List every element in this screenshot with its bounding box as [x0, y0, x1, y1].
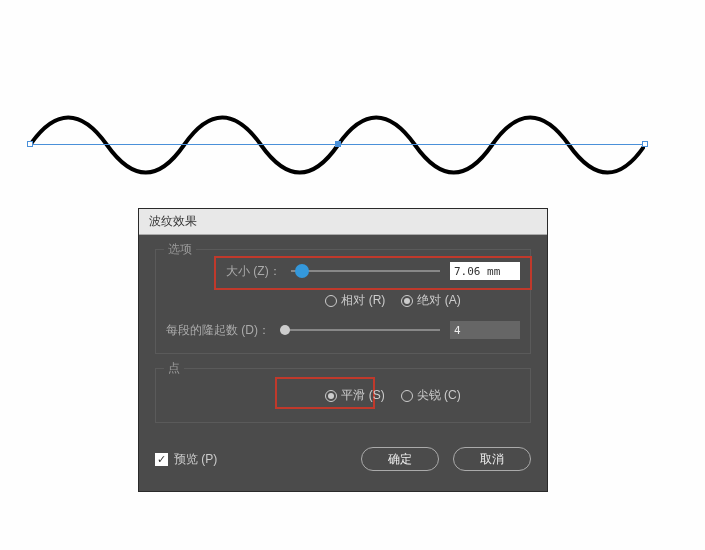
cancel-button[interactable]: 取消 — [453, 447, 531, 471]
options-group-label: 选项 — [164, 241, 196, 258]
dialog-title: 波纹效果 — [139, 209, 547, 235]
selection-handle-left[interactable] — [27, 141, 33, 147]
options-group: 选项 大小 (Z)： 相对 (R) 绝对 (A) 每段的隆起 — [155, 249, 531, 354]
radio-icon — [401, 390, 413, 402]
radio-icon — [401, 295, 413, 307]
smooth-radio[interactable]: 平滑 (S) — [325, 387, 384, 404]
checkbox-icon: ✓ — [155, 453, 168, 466]
size-label: 大小 (Z)： — [226, 263, 281, 280]
ridges-slider[interactable] — [280, 329, 440, 331]
size-slider[interactable] — [291, 270, 440, 272]
size-input[interactable] — [450, 262, 520, 280]
smooth-label: 平滑 (S) — [341, 387, 384, 404]
selection-handle-center[interactable] — [335, 141, 341, 147]
absolute-label: 绝对 (A) — [417, 292, 460, 309]
size-slider-thumb[interactable] — [295, 264, 309, 278]
radio-icon — [325, 295, 337, 307]
point-group-label: 点 — [164, 360, 184, 377]
ridges-slider-thumb[interactable] — [280, 325, 290, 335]
relative-label: 相对 (R) — [341, 292, 385, 309]
absolute-radio[interactable]: 绝对 (A) — [401, 292, 460, 309]
point-mode-row: 平滑 (S) 尖锐 (C) — [166, 387, 520, 404]
size-row: 大小 (Z)： — [166, 262, 520, 280]
zigzag-dialog: 波纹效果 选项 大小 (Z)： 相对 (R) 绝对 (A) — [138, 208, 548, 492]
preview-checkbox[interactable]: ✓ 预览 (P) — [155, 451, 217, 468]
corner-label: 尖锐 (C) — [417, 387, 461, 404]
radio-icon — [325, 390, 337, 402]
relative-radio[interactable]: 相对 (R) — [325, 292, 385, 309]
ridges-input[interactable] — [450, 321, 520, 339]
canvas-preview — [30, 100, 645, 200]
ridges-label: 每段的隆起数 (D)： — [166, 322, 270, 339]
preview-label: 预览 (P) — [174, 451, 217, 468]
size-mode-row: 相对 (R) 绝对 (A) — [166, 292, 520, 309]
ok-button[interactable]: 确定 — [361, 447, 439, 471]
corner-radio[interactable]: 尖锐 (C) — [401, 387, 461, 404]
point-group: 点 平滑 (S) 尖锐 (C) — [155, 368, 531, 423]
dialog-footer: ✓ 预览 (P) 确定 取消 — [155, 437, 531, 477]
ridges-row: 每段的隆起数 (D)： — [166, 321, 520, 339]
selection-handle-right[interactable] — [642, 141, 648, 147]
